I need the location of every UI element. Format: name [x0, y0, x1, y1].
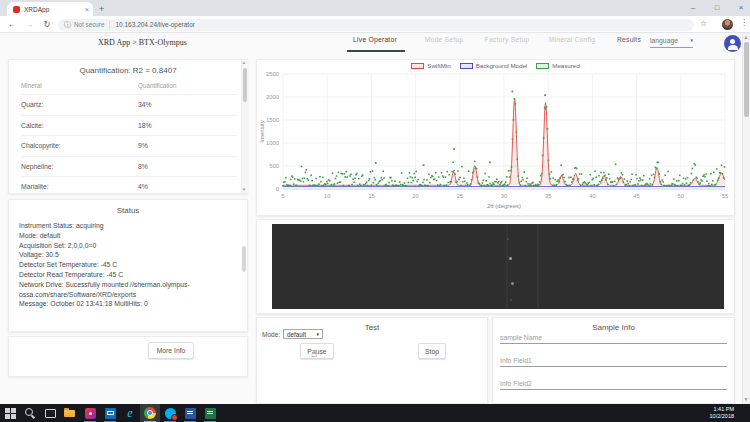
svg-text:1500: 1500	[266, 117, 279, 123]
status-scroll-thumb[interactable]	[242, 246, 246, 272]
start-icon[interactable]	[0, 404, 20, 422]
new-tab-button[interactable]: +	[99, 3, 104, 15]
back-button[interactable]: ←	[6, 19, 18, 30]
scroll-up-icon[interactable]: ▲	[742, 34, 750, 40]
mineral-quantification: 8%	[138, 163, 148, 170]
more-info-button[interactable]: More Info	[148, 342, 194, 359]
url-text: 10.163.204.24/live-operator	[115, 21, 195, 28]
table-row: Calcite:18%	[21, 115, 237, 136]
svg-text:2000: 2000	[266, 94, 279, 100]
scroll-down-icon[interactable]: ▼	[241, 187, 247, 192]
search-icon[interactable]	[20, 404, 40, 422]
status-line: Message: October 02 13:41:18 MultiHits: …	[19, 299, 225, 309]
window-minimize-button[interactable]: –	[686, 1, 700, 14]
legend-item-swiftmin[interactable]: SwiftMin	[411, 62, 450, 69]
taskbar-clock[interactable]: 1:41 PM 10/2/2018	[710, 406, 734, 420]
page-scroll-thumb[interactable]	[744, 42, 749, 117]
browser-tab-bar: XRDApp × + – □ ×	[0, 0, 750, 16]
window-maximize-button[interactable]: □	[710, 1, 724, 14]
app-red-icon[interactable]	[80, 404, 100, 422]
task-view-icon[interactable]	[40, 404, 60, 422]
table-row: Chalcopyrite:9%	[21, 135, 237, 156]
quantification-title: Quantification: R2 = 0.8407	[9, 66, 247, 75]
tab-mineral-config[interactable]: Mineral Config	[539, 36, 605, 43]
tab-live-operator[interactable]: Live Operator	[337, 36, 413, 43]
table-row: Marialite:4%	[21, 176, 237, 194]
mineral-quantification: 9%	[138, 142, 148, 149]
mode-select[interactable]: default ▼	[283, 329, 323, 339]
omnibox-divider	[109, 21, 110, 29]
bookmark-star-icon[interactable]: ☆	[700, 19, 707, 28]
status-line: Mode: default	[19, 231, 225, 241]
windows-taskbar: e 1:41 PM 10/2/2018	[0, 404, 750, 422]
mode-select-value: default	[287, 331, 306, 338]
app-red-glyph	[85, 408, 96, 419]
legend-swatch	[536, 63, 549, 69]
scroll-down-icon[interactable]: ▼	[742, 396, 750, 402]
language-select[interactable]: language ▾	[650, 37, 693, 48]
sample-name-input[interactable]	[500, 331, 727, 344]
tab-close-icon[interactable]: ×	[85, 6, 89, 13]
table-row: Quartz:34%	[21, 94, 237, 115]
mode-label: Mode:	[262, 331, 280, 338]
svg-text:0: 0	[276, 186, 279, 192]
chevron-down-icon: ▾	[690, 37, 693, 44]
browser-tab[interactable]: XRDApp ×	[7, 2, 93, 16]
diffraction-spot	[507, 238, 509, 240]
status-line: Network Drive: Sucessfully mounted //she…	[19, 280, 225, 300]
quantification-panel: Quantification: R2 = 0.8407 Mineral Quan…	[8, 59, 248, 194]
chrome-icon[interactable]	[140, 404, 160, 422]
skype-icon[interactable]	[160, 404, 180, 422]
security-label: Not secure	[74, 21, 104, 28]
svg-text:1000: 1000	[266, 140, 279, 146]
forward-button[interactable]: →	[23, 19, 35, 30]
window-close-button[interactable]: ×	[734, 1, 748, 14]
more-info-panel	[8, 336, 248, 377]
word-icon[interactable]	[180, 404, 200, 422]
status-lines: Instrument Status: acquiringMode: defaul…	[19, 221, 225, 309]
status-line: Voltage: 30.5	[19, 250, 225, 260]
tab-mode-setup[interactable]: Mode Setup	[413, 36, 475, 43]
legend-item-background-model[interactable]: Background Model	[460, 62, 528, 69]
diffraction-streak	[537, 224, 539, 309]
info-field1-input[interactable]	[500, 354, 727, 367]
table-row: Nepheline:8%	[21, 156, 237, 177]
svg-text:2500: 2500	[266, 71, 279, 77]
svg-text:Intensity: Intensity	[259, 120, 265, 142]
excel-icon[interactable]	[200, 404, 220, 422]
mineral-quantification: 34%	[138, 101, 152, 108]
stop-button[interactable]: Stop	[418, 343, 446, 359]
diffraction-streak	[506, 224, 508, 309]
tab-results[interactable]: Results	[605, 36, 653, 43]
status-line: Instrument Status: acquiring	[19, 221, 225, 231]
site-info-icon[interactable]: ⓘ	[64, 20, 71, 30]
svg-text:25: 25	[457, 193, 463, 199]
scroll-up-icon[interactable]: ▲	[241, 60, 247, 65]
svg-text:500: 500	[269, 163, 279, 169]
file-explorer-icon[interactable]	[60, 404, 80, 422]
svg-text:30: 30	[501, 193, 507, 199]
mineral-name: Chalcopyrite:	[21, 142, 138, 149]
internet-explorer-icon[interactable]: e	[120, 404, 140, 422]
info-field2-input[interactable]	[500, 377, 727, 390]
browser-profile-avatar[interactable]	[722, 19, 733, 30]
quantification-header-row: Mineral Quantification	[21, 82, 247, 89]
url-input[interactable]: ⓘ Not secure 10.163.204.24/live-operator	[58, 19, 694, 31]
browser-address-bar: ← → ↻ ⓘ Not secure 10.163.204.24/live-op…	[0, 16, 750, 33]
status-line: Detector Set Temperature: -45 C	[19, 260, 225, 270]
screen: XRDApp × + – □ × ← → ↻ ⓘ Not secure 10.1…	[0, 0, 750, 422]
mineral-name: Calcite:	[21, 122, 138, 129]
status-panel: Status Instrument Status: acquiringMode:…	[8, 199, 248, 332]
mail-icon[interactable]	[100, 404, 120, 422]
quantification-scroll-thumb[interactable]	[243, 68, 247, 102]
legend-item-measured[interactable]: Measured	[536, 62, 580, 69]
svg-text:55: 55	[722, 193, 728, 199]
legend-swatch	[411, 63, 424, 69]
browser-menu-icon[interactable]: ⋮	[740, 18, 748, 27]
svg-text:15: 15	[368, 193, 374, 199]
reload-button[interactable]: ↻	[41, 19, 53, 30]
status-line: Acquisition Set: 2,0,0,0=0	[19, 241, 225, 251]
svg-text:35: 35	[545, 193, 551, 199]
user-avatar-button[interactable]	[724, 35, 741, 52]
tab-factory-setup[interactable]: Factory Setup	[475, 36, 539, 43]
